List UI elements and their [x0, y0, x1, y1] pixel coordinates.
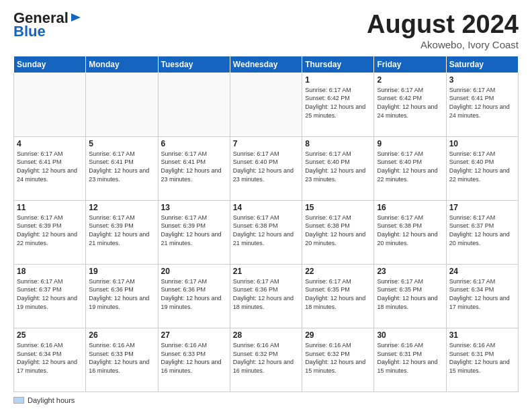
day-number: 28	[233, 330, 299, 340]
legend-label: Daylight hours	[28, 396, 75, 404]
day-number: 11	[17, 203, 83, 212]
day-info: Sunrise: 6:17 AMSunset: 6:36 PMDaylight:…	[89, 277, 154, 311]
day-info: Sunrise: 6:17 AMSunset: 6:37 PMDaylight:…	[17, 277, 83, 311]
month-year-title: August 2024	[367, 11, 519, 39]
day-number: 21	[233, 267, 299, 276]
day-info: Sunrise: 6:17 AMSunset: 6:41 PMDaylight:…	[449, 86, 515, 120]
day-info: Sunrise: 6:16 AMSunset: 6:33 PMDaylight:…	[161, 341, 227, 375]
page: General Blue August 2024 Akowebo, Ivory …	[0, 0, 532, 411]
col-sunday: Sunday	[14, 56, 86, 73]
table-row: 26Sunrise: 6:16 AMSunset: 6:33 PMDayligh…	[86, 328, 158, 392]
day-number: 8	[305, 139, 371, 148]
week-row-1: 1Sunrise: 6:17 AMSunset: 6:42 PMDaylight…	[14, 73, 519, 136]
day-number: 23	[377, 267, 443, 276]
table-row: 16Sunrise: 6:17 AMSunset: 6:38 PMDayligh…	[374, 200, 446, 264]
table-row: 21Sunrise: 6:17 AMSunset: 6:36 PMDayligh…	[230, 264, 302, 328]
day-info: Sunrise: 6:17 AMSunset: 6:40 PMDaylight:…	[233, 150, 299, 183]
table-row: 11Sunrise: 6:17 AMSunset: 6:39 PMDayligh…	[14, 200, 86, 264]
day-info: Sunrise: 6:17 AMSunset: 6:41 PMDaylight:…	[17, 150, 83, 183]
day-info: Sunrise: 6:16 AMSunset: 6:32 PMDaylight:…	[233, 341, 299, 375]
day-info: Sunrise: 6:17 AMSunset: 6:35 PMDaylight:…	[305, 277, 371, 311]
day-number: 31	[449, 330, 515, 340]
day-info: Sunrise: 6:17 AMSunset: 6:41 PMDaylight:…	[161, 150, 227, 183]
table-row: 1Sunrise: 6:17 AMSunset: 6:42 PMDaylight…	[302, 73, 374, 136]
col-monday: Monday	[86, 56, 158, 73]
table-row: 30Sunrise: 6:16 AMSunset: 6:31 PMDayligh…	[374, 328, 446, 392]
location-subtitle: Akowebo, Ivory Coast	[367, 39, 519, 50]
table-row: 3Sunrise: 6:17 AMSunset: 6:41 PMDaylight…	[446, 73, 518, 136]
legend-color-box	[13, 397, 24, 404]
col-saturday: Saturday	[446, 56, 518, 73]
day-info: Sunrise: 6:17 AMSunset: 6:40 PMDaylight:…	[449, 150, 515, 183]
day-info: Sunrise: 6:17 AMSunset: 6:41 PMDaylight:…	[89, 150, 154, 183]
table-row: 14Sunrise: 6:17 AMSunset: 6:38 PMDayligh…	[230, 200, 302, 264]
day-number: 25	[17, 330, 83, 340]
day-number: 4	[17, 139, 83, 148]
table-row: 23Sunrise: 6:17 AMSunset: 6:35 PMDayligh…	[374, 264, 446, 328]
day-info: Sunrise: 6:17 AMSunset: 6:35 PMDaylight:…	[377, 277, 443, 311]
table-row	[158, 73, 230, 136]
title-area: August 2024 Akowebo, Ivory Coast	[367, 11, 519, 50]
day-number: 5	[89, 139, 154, 148]
day-info: Sunrise: 6:17 AMSunset: 6:36 PMDaylight:…	[233, 277, 299, 311]
day-number: 26	[89, 330, 154, 340]
day-number: 29	[305, 330, 371, 340]
table-row: 29Sunrise: 6:16 AMSunset: 6:32 PMDayligh…	[302, 328, 374, 392]
col-wednesday: Wednesday	[230, 56, 302, 73]
day-info: Sunrise: 6:17 AMSunset: 6:40 PMDaylight:…	[377, 150, 443, 183]
day-info: Sunrise: 6:17 AMSunset: 6:36 PMDaylight:…	[161, 277, 227, 311]
day-info: Sunrise: 6:17 AMSunset: 6:39 PMDaylight:…	[17, 214, 83, 247]
table-row: 25Sunrise: 6:16 AMSunset: 6:34 PMDayligh…	[14, 328, 86, 392]
day-info: Sunrise: 6:17 AMSunset: 6:40 PMDaylight:…	[305, 150, 371, 183]
day-info: Sunrise: 6:17 AMSunset: 6:42 PMDaylight:…	[377, 86, 443, 120]
table-row	[14, 73, 86, 136]
table-row: 6Sunrise: 6:17 AMSunset: 6:41 PMDaylight…	[158, 136, 230, 200]
table-row: 7Sunrise: 6:17 AMSunset: 6:40 PMDaylight…	[230, 136, 302, 200]
table-row: 24Sunrise: 6:17 AMSunset: 6:34 PMDayligh…	[446, 264, 518, 328]
logo-blue-text: Blue	[13, 23, 46, 40]
col-friday: Friday	[374, 56, 446, 73]
day-number: 19	[89, 267, 154, 276]
day-info: Sunrise: 6:17 AMSunset: 6:38 PMDaylight:…	[377, 214, 443, 247]
day-number: 18	[17, 267, 83, 276]
table-row: 27Sunrise: 6:16 AMSunset: 6:33 PMDayligh…	[158, 328, 230, 392]
week-row-2: 4Sunrise: 6:17 AMSunset: 6:41 PMDaylight…	[14, 136, 519, 200]
day-number: 13	[161, 203, 227, 212]
day-number: 2	[377, 75, 443, 85]
legend-area: Daylight hours	[13, 396, 519, 404]
table-row: 4Sunrise: 6:17 AMSunset: 6:41 PMDaylight…	[14, 136, 86, 200]
calendar-table: Sunday Monday Tuesday Wednesday Thursday…	[13, 56, 519, 392]
day-number: 10	[449, 139, 515, 148]
table-row: 9Sunrise: 6:17 AMSunset: 6:40 PMDaylight…	[374, 136, 446, 200]
day-info: Sunrise: 6:16 AMSunset: 6:31 PMDaylight:…	[377, 341, 443, 375]
day-number: 22	[305, 267, 371, 276]
logo-flag-icon	[70, 12, 82, 24]
day-info: Sunrise: 6:16 AMSunset: 6:32 PMDaylight:…	[305, 341, 371, 375]
svg-marker-0	[71, 13, 81, 21]
table-row: 5Sunrise: 6:17 AMSunset: 6:41 PMDaylight…	[86, 136, 158, 200]
day-info: Sunrise: 6:17 AMSunset: 6:34 PMDaylight:…	[449, 277, 515, 311]
day-number: 24	[449, 267, 515, 276]
day-number: 15	[305, 203, 371, 212]
table-row: 13Sunrise: 6:17 AMSunset: 6:39 PMDayligh…	[158, 200, 230, 264]
col-tuesday: Tuesday	[158, 56, 230, 73]
day-number: 7	[233, 139, 299, 148]
day-number: 30	[377, 330, 443, 340]
table-row: 18Sunrise: 6:17 AMSunset: 6:37 PMDayligh…	[14, 264, 86, 328]
day-number: 9	[377, 139, 443, 148]
calendar-header-row: Sunday Monday Tuesday Wednesday Thursday…	[14, 56, 519, 73]
day-number: 16	[377, 203, 443, 212]
day-number: 12	[89, 203, 154, 212]
table-row: 15Sunrise: 6:17 AMSunset: 6:38 PMDayligh…	[302, 200, 374, 264]
table-row: 31Sunrise: 6:16 AMSunset: 6:31 PMDayligh…	[446, 328, 518, 392]
day-number: 1	[305, 75, 371, 85]
day-info: Sunrise: 6:16 AMSunset: 6:33 PMDaylight:…	[89, 341, 154, 375]
day-number: 17	[449, 203, 515, 212]
table-row: 19Sunrise: 6:17 AMSunset: 6:36 PMDayligh…	[86, 264, 158, 328]
day-number: 27	[161, 330, 227, 340]
day-info: Sunrise: 6:17 AMSunset: 6:37 PMDaylight:…	[449, 214, 515, 247]
day-number: 20	[161, 267, 227, 276]
day-number: 6	[161, 139, 227, 148]
table-row: 10Sunrise: 6:17 AMSunset: 6:40 PMDayligh…	[446, 136, 518, 200]
table-row	[86, 73, 158, 136]
